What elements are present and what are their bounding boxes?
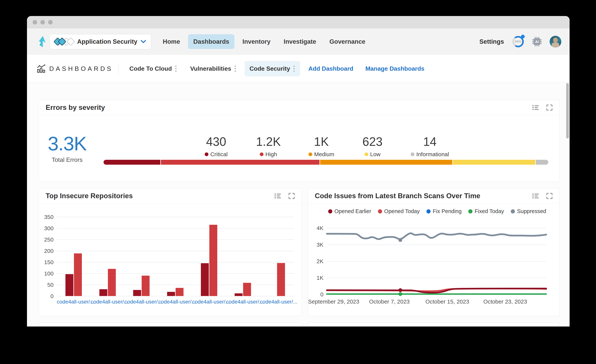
repo-bar[interactable] <box>235 293 243 296</box>
repo-bar[interactable] <box>99 289 107 296</box>
repo-bar[interactable] <box>277 263 285 296</box>
severity-name: Critical <box>210 151 228 158</box>
tab-menu-icon[interactable] <box>234 65 236 72</box>
y-axis-tick: 0 <box>42 293 53 299</box>
expand-icon[interactable] <box>288 193 295 199</box>
card-title: Code Issues from Latest Branch Scans Ove… <box>315 192 480 200</box>
severity-dot <box>260 153 263 156</box>
severity-dot <box>364 153 368 156</box>
charts-row: Top Insecure Repositories <box>39 188 560 316</box>
dashboard-tab-vulnerabilities[interactable]: Vulnerabilities <box>185 61 241 76</box>
gridline <box>57 296 294 296</box>
dashboard-tab-code-to-cloud[interactable]: Code To Cloud <box>125 61 182 76</box>
y-axis-tick: 0 <box>312 291 323 298</box>
nav-item-home[interactable]: Home <box>157 34 185 49</box>
settings-button[interactable]: Settings <box>479 38 504 45</box>
repo-link[interactable]: code4all-user/... <box>192 299 226 305</box>
screen-background: Application Security HomeDashboardsInven… <box>0 0 596 364</box>
dashboards-bar: DASHBOARDS Code To CloudVulnerabilitiesC… <box>27 55 570 83</box>
y-axis-tick: 150 <box>42 259 53 265</box>
expand-icon[interactable] <box>546 104 553 111</box>
window-control-dot[interactable] <box>40 20 45 24</box>
repo-link[interactable]: code4all-user/... <box>226 299 260 305</box>
y-axis-tick: 2K <box>312 258 323 264</box>
prisma-cloud-logo-icon[interactable] <box>37 36 47 47</box>
ai-assistant-icon[interactable]: AI <box>532 37 542 46</box>
code-vulnerabilities-card: Code Vulnerabilities from Latest Branch … <box>39 323 302 327</box>
nav-item-dashboards[interactable]: Dashboards <box>188 34 235 49</box>
repo-bar[interactable] <box>201 263 209 296</box>
severity-stat-high: 1.2KHigh <box>256 136 281 158</box>
card-title: Top Insecure Repositories <box>46 192 133 200</box>
repo-link[interactable]: code4all-user/... <box>260 299 294 305</box>
chart-legend: Opened EarlierOpened TodayFix PendingFix… <box>328 208 546 214</box>
divider <box>119 64 119 74</box>
repo-link[interactable]: code4all-user/... <box>90 299 124 305</box>
list-view-icon[interactable] <box>532 193 539 199</box>
severity-stacked-bar <box>104 160 548 165</box>
module-selector[interactable]: Application Security <box>50 34 151 49</box>
legend-dot <box>328 209 332 213</box>
tab-menu-icon[interactable] <box>293 65 295 72</box>
repo-bar[interactable] <box>209 225 217 296</box>
repo-bar[interactable] <box>167 292 175 296</box>
y-axis-tick: 300 <box>42 225 53 232</box>
nav-item-investigate[interactable]: Investigate <box>278 34 321 49</box>
add-dashboard-link[interactable]: Add Dashboard <box>308 65 353 72</box>
repo-bar[interactable] <box>74 253 82 296</box>
series-marker-fixed-today[interactable] <box>399 292 402 296</box>
insecure-repos-bar-chart: 050100150200250300350code4all-user/...co… <box>39 204 302 316</box>
dashboard-tabs: Code To CloudVulnerabilitiesCode Securit… <box>125 61 300 76</box>
svg-text:AI: AI <box>535 40 539 44</box>
list-view-icon[interactable] <box>275 193 281 199</box>
dashboard-tab-code-security[interactable]: Code Security <box>245 61 300 76</box>
repo-bar[interactable] <box>142 276 149 296</box>
repo-link[interactable]: code4all-user/... <box>57 299 90 305</box>
usage-progress-ring[interactable]: 66% <box>512 36 524 48</box>
tab-label: Code Security <box>250 65 290 72</box>
repo-link[interactable]: code4all-user/... <box>125 299 158 305</box>
manage-dashboards-link[interactable]: Manage Dashboards <box>365 65 424 72</box>
tab-menu-icon[interactable] <box>175 65 177 72</box>
x-axis-tick: October 7, 2023 <box>369 298 410 305</box>
repo-bar[interactable] <box>66 274 73 296</box>
main-nav: HomeDashboardsInventoryInvestigateGovern… <box>157 34 371 49</box>
repo-bar[interactable] <box>133 290 141 296</box>
gridline <box>57 273 294 274</box>
gridline <box>57 251 294 251</box>
dashboards-icon <box>37 65 45 73</box>
legend-item-fix-pending[interactable]: Fix Pending <box>426 208 462 214</box>
nav-item-inventory[interactable]: Inventory <box>237 34 276 49</box>
severity-value: 14 <box>411 136 449 148</box>
window-control-dot[interactable] <box>48 20 53 24</box>
repo-bar[interactable] <box>176 288 184 296</box>
notification-dot <box>521 35 525 38</box>
repo-bar[interactable] <box>108 269 116 296</box>
series-marker-opened-earlier[interactable] <box>399 288 402 292</box>
severity-dot <box>411 153 414 156</box>
tab-label: Vulnerabilities <box>190 65 231 72</box>
legend-item-opened-earlier[interactable]: Opened Earlier <box>328 208 371 214</box>
x-axis-tick: September 29, 2023 <box>308 298 359 305</box>
nav-item-governance[interactable]: Governance <box>324 34 371 49</box>
y-axis-tick: 250 <box>42 236 53 243</box>
list-view-icon[interactable] <box>532 105 539 111</box>
expand-icon[interactable] <box>546 193 553 199</box>
bottom-row: Code Vulnerabilities from Latest Branch … <box>39 323 560 327</box>
y-axis-tick: 3K <box>312 241 323 248</box>
legend-dot <box>426 209 431 213</box>
repo-link[interactable]: code4all-user/... <box>158 299 192 305</box>
legend-item-suppressed[interactable]: Suppressed <box>511 208 546 214</box>
series-marker-suppressed[interactable] <box>399 238 402 242</box>
legend-item-fixed-today[interactable]: Fixed Today <box>468 208 504 214</box>
severity-label: Informational <box>411 151 449 158</box>
errors-by-severity-card: Errors by severity <box>39 100 560 182</box>
severity-label: Low <box>363 151 383 158</box>
legend-item-opened-today[interactable]: Opened Today <box>378 208 420 214</box>
y-axis-tick: 4K <box>312 225 323 231</box>
repo-bar[interactable] <box>243 283 251 296</box>
severity-name: Low <box>370 151 380 158</box>
window-control-dot[interactable] <box>33 20 37 24</box>
page-scrollbar[interactable] <box>566 83 569 138</box>
user-avatar[interactable] <box>550 36 561 47</box>
